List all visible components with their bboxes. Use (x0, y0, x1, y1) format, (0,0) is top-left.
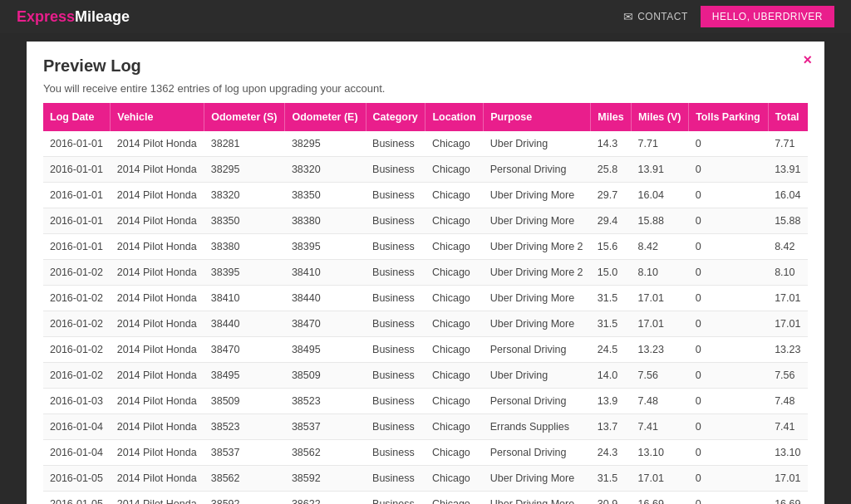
top-navigation: ExpressMileage ✉ CONTACT HELLO, UBERDRIV… (0, 0, 851, 33)
logo-express: Express (17, 8, 75, 25)
contact-label: CONTACT (637, 11, 688, 22)
mail-icon: ✉ (623, 10, 634, 23)
logo-mileage: Mileage (75, 8, 130, 25)
nav-right: ✉ CONTACT HELLO, UBERDRIVER (623, 6, 834, 27)
user-menu-button[interactable]: HELLO, UBERDRIVER (701, 6, 834, 27)
app-logo: ExpressMileage (17, 8, 130, 26)
contact-button[interactable]: ✉ CONTACT (623, 10, 688, 23)
